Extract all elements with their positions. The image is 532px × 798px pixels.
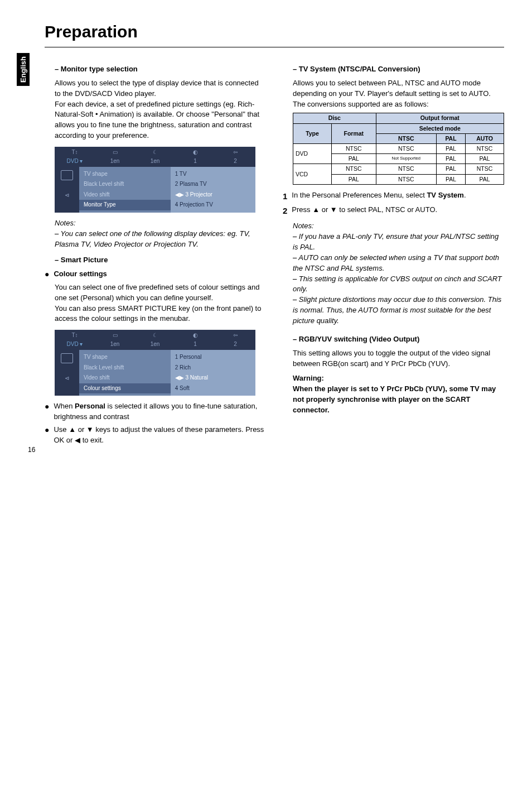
rgb-yuv-heading: – RGB/YUV switching (Video Output) bbox=[293, 334, 504, 345]
page-number: 16 bbox=[28, 446, 35, 454]
osd-screenshot-monitor-type: T↕▭☾◐⇦ DVD ▾ 1en 1en 1 2 ⊲ bbox=[55, 147, 255, 213]
warning-text: When the player is set to Y PrCr PbCb (Y… bbox=[293, 384, 504, 416]
table-row: DVD NTSC NTSC PAL NTSC bbox=[293, 144, 504, 154]
page: English Preparation – Monitor type selec… bbox=[0, 0, 532, 470]
colour-settings-heading: Colour settings bbox=[54, 269, 107, 280]
monitor-type-p1: Allows you to select the type of display… bbox=[55, 78, 266, 99]
language-tab: English bbox=[17, 53, 30, 86]
speaker-icon: ⊲ bbox=[65, 374, 69, 383]
conversion-table: Disc Output format Type Format Selected … bbox=[293, 113, 504, 185]
notes-h-1: Notes: bbox=[55, 218, 266, 229]
note-2: – AUTO can only be selected when using a… bbox=[293, 253, 504, 274]
note-3: – This setting is applicable for CVBS ou… bbox=[293, 274, 504, 295]
tv-system-p1: Allows you to select between PAL, NTSC a… bbox=[293, 78, 504, 99]
step-number-2: 2 bbox=[283, 205, 287, 217]
left-column: – Monitor type selection Allows you to s… bbox=[45, 59, 266, 448]
tv-system-heading: – TV System (NTSC/PAL Conversion) bbox=[293, 64, 504, 75]
note-4: – Slight picture distortions may occur d… bbox=[293, 295, 504, 326]
osd-screenshot-colour: T↕▭☾◐⇦ DVD ▾ 1en 1en 1 2 ⊲ bbox=[55, 330, 255, 396]
arrow-keys-bullet: Use ▲ or ▼ keys to adjust the values of … bbox=[54, 425, 266, 446]
note-1: – If you have a PAL-only TV, ensure that… bbox=[293, 232, 504, 253]
page-title: Preparation bbox=[45, 22, 504, 41]
step-1-text: In the Personal Preferences Menu, select… bbox=[292, 190, 466, 203]
right-column: – TV System (NTSC/PAL Conversion) Allows… bbox=[283, 59, 504, 448]
monitor-type-p2: For each device, a set of predefined pic… bbox=[55, 99, 266, 141]
notes-h-2: Notes: bbox=[293, 221, 504, 232]
smart-picture-heading: – Smart Picture bbox=[55, 255, 266, 266]
title-rule bbox=[45, 47, 504, 47]
bullet-icon: ● bbox=[45, 269, 49, 280]
colour-p1: You can select one of five predefined se… bbox=[55, 282, 266, 304]
screen-icon bbox=[61, 353, 73, 363]
personal-bullet: When Personal is selected it allows you … bbox=[54, 401, 266, 422]
two-column-layout: – Monitor type selection Allows you to s… bbox=[45, 59, 504, 448]
table-head-output: Output format bbox=[376, 113, 504, 123]
step-number-1: 1 bbox=[283, 190, 287, 203]
table-head-disc: Disc bbox=[293, 113, 376, 123]
table-row: VCD NTSC NTSC PAL NTSC bbox=[293, 164, 504, 174]
step-2-text: Press ▲ or ▼ to select PAL, NTSC or AUTO… bbox=[292, 205, 437, 217]
monitor-type-heading: – Monitor type selection bbox=[55, 64, 266, 75]
bullet-icon: ● bbox=[45, 425, 49, 446]
tv-system-p2: The conversions supported are as follows… bbox=[293, 99, 504, 110]
screen-icon bbox=[61, 170, 73, 180]
warning-heading: Warning: bbox=[293, 373, 504, 384]
rgb-yuv-p: This setting allows you to toggle the ou… bbox=[293, 348, 504, 369]
notes-p-1: – You can select one of the following di… bbox=[55, 229, 266, 250]
bullet-icon: ● bbox=[45, 401, 49, 422]
colour-p2: You can also press SMART PICTURE key (on… bbox=[55, 304, 266, 325]
speaker-icon: ⊲ bbox=[65, 191, 69, 200]
